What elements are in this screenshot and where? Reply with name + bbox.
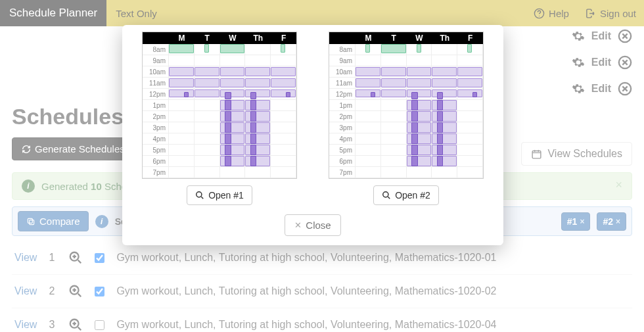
- calendar-cell: [271, 89, 296, 100]
- calendar-grid: M T W Th F 8am9am10am11am12pm1pm2pm3pm4p…: [142, 32, 297, 179]
- calendar-event: [432, 89, 457, 97]
- day-label: Th: [245, 32, 271, 44]
- edit-label[interactable]: Edit: [591, 57, 611, 68]
- calendar-event: [411, 111, 417, 122]
- alert-close-button[interactable]: ×: [615, 178, 622, 192]
- compare-button[interactable]: Compare: [18, 211, 89, 231]
- generate-label: Generate Schedules: [35, 143, 125, 154]
- calendar-cell: [381, 111, 407, 122]
- edit-label[interactable]: Edit: [591, 30, 611, 42]
- close-circle-icon[interactable]: [618, 29, 632, 43]
- time-label: 11am: [329, 78, 356, 89]
- time-label: 5pm: [329, 145, 356, 156]
- calendar-cell: [407, 145, 432, 156]
- calendar-body: 8am9am10am11am12pm1pm2pm3pm4pm5pm6pm7pm: [143, 44, 296, 178]
- close-label: Close: [306, 220, 331, 231]
- time-label: 9am: [329, 55, 356, 66]
- day-label: M: [356, 32, 381, 44]
- calendar-cell: [271, 55, 296, 66]
- calendar-event: [457, 67, 482, 76]
- calendar-event: [225, 111, 231, 122]
- view-schedules-label: View Schedules: [547, 148, 622, 160]
- view-link[interactable]: View: [14, 319, 37, 331]
- calendar-event: [220, 89, 245, 97]
- calendar-head: M T W Th F: [143, 32, 296, 44]
- calendar-icon: [531, 149, 542, 160]
- calendar-cell: [457, 167, 483, 178]
- gear-icon[interactable]: [572, 30, 585, 43]
- calendar-event: [220, 156, 245, 166]
- brand: Schedule Planner: [0, 0, 106, 26]
- calendar-event: [250, 133, 256, 144]
- compare-chip[interactable]: #1 ×: [561, 212, 591, 231]
- open-schedule-2-button[interactable]: Open #2: [373, 185, 439, 205]
- calendar-event: [204, 44, 209, 53]
- close-modal-button[interactable]: ✕ Close: [285, 214, 340, 236]
- calendar-event: [407, 122, 432, 133]
- open-schedule-1-button[interactable]: Open #1: [187, 185, 252, 205]
- time-label: 7pm: [329, 167, 356, 178]
- view-schedules-button[interactable]: View Schedules: [521, 142, 632, 166]
- help-link[interactable]: Help: [526, 0, 577, 26]
- calendar-event: [417, 44, 421, 53]
- calendar-cell: [245, 111, 271, 122]
- calendar-event: [432, 133, 457, 144]
- gear-icon[interactable]: [572, 82, 585, 95]
- edit-row: Edit: [572, 29, 632, 43]
- calendar-event: [381, 78, 406, 87]
- time-label: 1pm: [329, 100, 356, 111]
- calendar-event: [225, 92, 231, 99]
- calendar-event: [432, 145, 457, 155]
- day-label: F: [457, 32, 483, 44]
- row-checkbox[interactable]: [95, 253, 104, 263]
- calendar-cell: [432, 133, 457, 145]
- calendar-cell: [381, 44, 407, 55]
- calendar-cell: [407, 133, 432, 145]
- sign-out-label: Sign out: [600, 8, 636, 19]
- compare-chip[interactable]: #2 ×: [597, 212, 626, 231]
- gear-icon[interactable]: [572, 56, 585, 69]
- calendar-event: [457, 78, 482, 87]
- close-circle-icon[interactable]: [618, 82, 632, 96]
- calendar-event: [245, 156, 270, 166]
- calendar-event: [407, 89, 432, 97]
- zoom-in-icon[interactable]: [68, 250, 83, 265]
- close-circle-icon[interactable]: [618, 55, 632, 70]
- calendar-cell: [271, 66, 296, 78]
- calendar-event: [411, 100, 417, 110]
- zoom-in-icon[interactable]: [68, 284, 83, 298]
- calendar-event: [220, 111, 245, 122]
- calendar-event: [437, 100, 443, 110]
- calendar-event: [184, 92, 189, 97]
- svg-rect-6: [30, 220, 34, 224]
- view-link[interactable]: View: [14, 285, 37, 297]
- calendar-cell: [457, 156, 483, 167]
- chip-remove-button[interactable]: ×: [616, 217, 620, 226]
- calendar-cell: [356, 78, 381, 89]
- chip-remove-button[interactable]: ×: [580, 217, 584, 226]
- sign-out-link[interactable]: Sign out: [577, 0, 644, 26]
- row-description: Gym workout, Lunch, Tutoring at high sch…: [116, 319, 496, 331]
- row-checkbox[interactable]: [95, 287, 104, 296]
- calendar-cell: [381, 122, 407, 133]
- row-checkbox[interactable]: [95, 320, 104, 330]
- view-link[interactable]: View: [14, 252, 37, 264]
- calendar-event: [286, 92, 291, 97]
- calendar-event: [220, 145, 245, 155]
- calendar-cell: [432, 78, 457, 89]
- calendar-cell: [432, 111, 457, 122]
- generate-schedules-button[interactable]: Generate Schedules: [12, 137, 135, 160]
- time-label: 4pm: [329, 133, 356, 145]
- calendar-cell: [457, 100, 483, 111]
- calendar-cell: [432, 66, 457, 78]
- calendar-cell: [245, 44, 271, 55]
- edit-label[interactable]: Edit: [591, 83, 611, 95]
- calendar-cell: [220, 78, 246, 89]
- text-only-link[interactable]: Text Only: [106, 0, 166, 26]
- time-label: 8am: [329, 44, 356, 55]
- day-label: F: [271, 32, 296, 44]
- calendar-event: [407, 67, 432, 76]
- calendar-cell: [457, 78, 483, 89]
- calendar-cell: [195, 55, 220, 66]
- zoom-in-icon[interactable]: [68, 318, 83, 332]
